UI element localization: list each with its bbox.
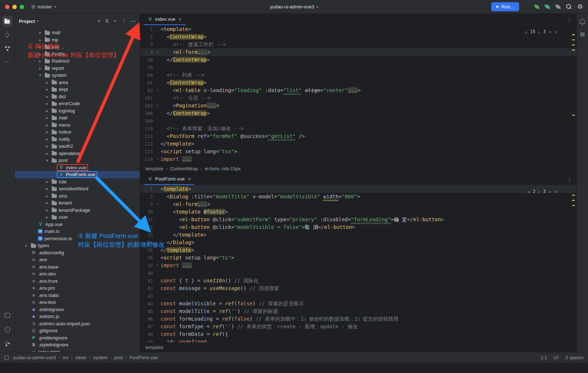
code-line-37[interactable]: 37›import ...	[140, 262, 576, 269]
tree-item-.env.front[interactable]: .env.front	[15, 278, 140, 285]
code-line-59[interactable]: 59	[140, 64, 576, 71]
code-line-49[interactable]: 49 id: undefined,	[140, 338, 576, 342]
git-tool-button[interactable]	[2, 339, 12, 349]
breadcrumb-ContentWrap[interactable]: ContentWrap	[170, 166, 198, 171]
chevron-collapsed-icon[interactable]: ▸	[38, 38, 43, 42]
tab-index-vue[interactable]: index.vue ×	[144, 14, 185, 25]
code-line-45[interactable]: 45const modelTitle = ref('') // 弹窗的标题	[140, 307, 576, 315]
fold-chevron-icon[interactable]: ›	[155, 48, 161, 56]
tree-item-.editorconfig[interactable]: .editorconfig	[15, 249, 140, 257]
database-tool-icon[interactable]: ▤	[580, 31, 585, 37]
branch-selector[interactable]: ⊞ master ▾	[31, 4, 56, 9]
code-line-43[interactable]: 43	[140, 292, 576, 300]
prev-issue-icon[interactable]: ∧	[549, 28, 551, 36]
tab-postform-vue[interactable]: PostForm.vue ×	[144, 174, 194, 185]
tree-item-.env.pro[interactable]: .env.pro	[15, 285, 140, 292]
tree-item-.env.static[interactable]: .env.static	[15, 292, 140, 299]
chevron-collapsed-icon[interactable]: ▸	[44, 130, 50, 134]
plugin-leaf-teal-icon[interactable]	[545, 4, 550, 9]
code-line-101[interactable]: 101 <!-- 分页 -->	[140, 94, 576, 102]
tree-item-.gitignore[interactable]: .gitignore	[15, 327, 140, 334]
problems-tool-button[interactable]: !	[2, 325, 12, 335]
fold-chevron-icon[interactable]: ›	[155, 262, 161, 269]
code-line-36[interactable]: 36<script setup lang="ts">	[140, 254, 576, 262]
chevron-collapsed-icon[interactable]: ▸	[24, 243, 29, 247]
chevron-collapsed-icon[interactable]: ▸	[44, 109, 50, 113]
structure-tool-button[interactable]	[2, 43, 12, 53]
code-line-1[interactable]: 1<template>	[140, 25, 576, 33]
cursor-position[interactable]: 1:1	[541, 355, 547, 360]
inspections-widget-top[interactable]: ⚠ 15 ⚠ 3 ∧ ∨	[525, 28, 557, 36]
collapse-all-icon[interactable]: ×	[114, 18, 117, 24]
chevron-collapsed-icon[interactable]: ▸	[44, 144, 50, 148]
tree-item-area[interactable]: ▸area	[15, 79, 140, 86]
tree-item-.eslintignore[interactable]: .eslintignore	[15, 306, 140, 313]
path-segment-post[interactable]: post	[114, 355, 123, 360]
tree-item-.env.dev[interactable]: .env.dev	[15, 270, 140, 278]
code-line-109[interactable]: 109	[140, 117, 576, 125]
code-line-32[interactable]: 32 <el-button @click="modelVisible = fal…	[140, 223, 576, 231]
tree-item-mp[interactable]: ▸mp	[15, 36, 140, 44]
tree-item-index.html[interactable]: index.html	[15, 349, 140, 352]
tree-item-main.ts[interactable]: main.ts	[15, 228, 140, 235]
code-line-30[interactable]: 30 <template #footer>	[140, 208, 576, 216]
tree-item-permission.ts[interactable]: permission.ts	[15, 235, 140, 242]
fold-chevron-icon[interactable]: ›	[155, 102, 161, 110]
tree-item-system[interactable]: ▾system	[15, 72, 140, 79]
tree-item-operatelog[interactable]: ▸operatelog	[15, 150, 140, 157]
tree-item-post[interactable]: ▾post	[15, 157, 140, 164]
plugin-gray-icon[interactable]	[555, 4, 561, 9]
tree-item-notify[interactable]: ▸notify	[15, 136, 140, 143]
chevron-collapsed-icon[interactable]: ▸	[44, 208, 50, 212]
tree-item-tenantPackage[interactable]: ▸tenantPackage	[15, 207, 140, 214]
tree-item-report[interactable]: ▸report	[15, 65, 140, 72]
search-everywhere-icon[interactable]	[566, 4, 572, 9]
locate-file-icon[interactable]: ⌖	[98, 18, 100, 24]
tree-item-mail[interactable]: ▸mail	[15, 114, 140, 122]
expand-all-icon[interactable]: ⇅	[105, 18, 109, 24]
commit-tool-button[interactable]	[2, 30, 12, 40]
tree-item-.env.base[interactable]: .env.base	[15, 263, 140, 271]
inspections-widget-bottom[interactable]: ⚠ 2 ⚠ 3 ∧ ∨	[528, 188, 557, 195]
tree-item-pay[interactable]: ▸pay	[15, 43, 140, 51]
fold-chevron-icon[interactable]: ›	[155, 155, 161, 163]
code-line-1[interactable]: 1<template>	[140, 185, 576, 193]
code-line-62[interactable]: 62› <el-table v-loading="loading" :data=…	[140, 87, 576, 94]
code-line-44[interactable]: 44const modelVisible = ref(false) // 弹窗的…	[140, 300, 576, 307]
chevron-collapsed-icon[interactable]: ▸	[38, 52, 43, 56]
zoom-window-button[interactable]	[20, 5, 24, 9]
chevron-collapsed-icon[interactable]: ▸	[44, 180, 50, 184]
code-line-2[interactable]: 2 <Dialog :title="modelTitle" v-model="m…	[140, 193, 576, 201]
tree-item-sensitiveWord[interactable]: ▸sensitiveWord	[15, 185, 140, 193]
prev-issue-icon[interactable]: ∧	[549, 188, 551, 195]
code-line-46[interactable]: 46const formLoading = ref(false) // 表单的加…	[140, 315, 576, 323]
chevron-collapsed-icon[interactable]: ▸	[38, 59, 43, 63]
editor-top-codearea[interactable]: 1<template>2 <ContentWrap>3 <!-- 搜索工作栏 -…	[140, 25, 576, 164]
code-line-61[interactable]: 61 <ContentWrap>	[140, 79, 576, 87]
project-title-selector[interactable]: yudao-ui-admin-vue3 ▾	[270, 4, 318, 9]
code-line-47[interactable]: 47const formType = ref('') // 表单的类型：crea…	[140, 323, 576, 330]
panel-options-icon[interactable]: ⋮	[121, 18, 126, 24]
chevron-collapsed-icon[interactable]: ▸	[44, 102, 50, 106]
project-tool-button[interactable]	[2, 16, 12, 27]
path-segment-system[interactable]: system	[93, 355, 108, 360]
next-issue-icon[interactable]: ∨	[555, 28, 557, 36]
code-line-114[interactable]: 114›import ...	[140, 155, 576, 163]
tree-item-.env[interactable]: .env	[15, 256, 140, 263]
tree-item-errorCode[interactable]: ▸errorCode	[15, 100, 140, 107]
path-segment-PostForm.vue[interactable]: PostForm.vue	[129, 355, 158, 360]
fold-chevron-icon[interactable]: ›	[155, 201, 161, 208]
code-line-112[interactable]: 112</template>	[140, 140, 576, 148]
chevron-collapsed-icon[interactable]: ▸	[38, 45, 43, 49]
code-line-60[interactable]: 60 <!-- 列表 -->	[140, 71, 576, 79]
code-line-40[interactable]: 40	[140, 269, 576, 277]
tree-item-PostForm.vue[interactable]: PostForm.vue	[15, 171, 140, 178]
breadcrumb-template[interactable]: template	[145, 345, 163, 350]
tree-item-sms[interactable]: ▸sms	[15, 193, 140, 200]
breadcrumb-el-form.-mb-15px[interactable]: el-form.-mb-15px	[205, 166, 241, 171]
close-tab-icon[interactable]: ×	[179, 16, 182, 22]
tree-item-.stylelintignore[interactable]: .stylelintignore	[15, 341, 140, 349]
tree-item-mall[interactable]: ▸mall	[15, 29, 140, 36]
tree-item-Redirect[interactable]: ▸Redirect	[15, 57, 140, 65]
code-line-35[interactable]: 35</template>	[140, 246, 576, 254]
